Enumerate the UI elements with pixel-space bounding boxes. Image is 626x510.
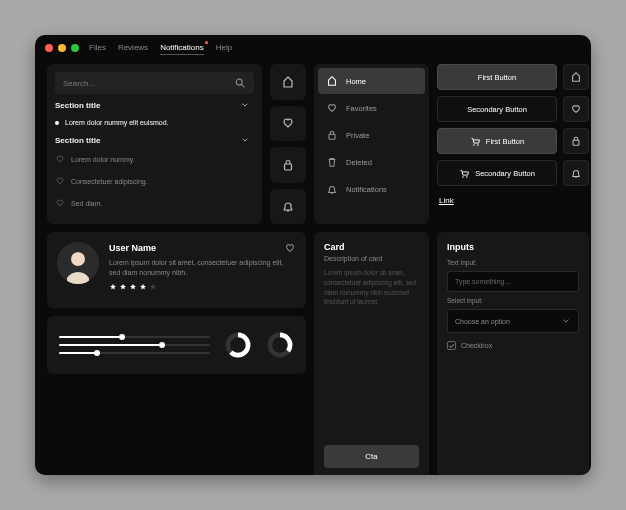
button-label: Secondary Button <box>475 169 535 178</box>
first-button[interactable]: First Button <box>437 64 557 90</box>
user-name: User Name <box>109 243 156 253</box>
traffic-lights <box>45 44 79 52</box>
minimize-window-button[interactable] <box>58 44 66 52</box>
chevron-down-icon <box>240 100 250 110</box>
user-info: User Name Lorem ipsum dolor sit amet, co… <box>109 242 296 291</box>
star-icon <box>129 283 137 291</box>
titlebar: Files Reviews Notifications Help <box>35 35 591 56</box>
search-placeholder: Search... <box>63 79 95 88</box>
rail-home-button[interactable] <box>270 64 306 100</box>
inputs-header: Inputs <box>447 242 579 252</box>
donut-chart-2 <box>266 331 294 359</box>
search-input[interactable]: Search... <box>55 72 254 94</box>
user-rating <box>109 283 296 291</box>
card-subtitle: Description of card <box>324 255 419 262</box>
favorite-user-button[interactable] <box>284 242 296 254</box>
list-item-label: Lorem dolor nummy elit euismod. <box>65 119 169 126</box>
card-title: Card <box>324 242 419 252</box>
square-heart-button[interactable] <box>563 96 589 122</box>
button-label: First Button <box>478 73 516 82</box>
nav-label: Notifications <box>346 185 387 194</box>
link-label: Link <box>439 196 454 205</box>
menubar: Files Reviews Notifications Help <box>89 43 232 52</box>
user-description: Lorem ipsum dolor sit amet, consectetuer… <box>109 258 296 278</box>
button-label: Secondary Button <box>467 105 527 114</box>
list-item[interactable]: Sed diam. <box>55 195 254 211</box>
search-icon <box>234 77 246 89</box>
section-a-header[interactable]: Section title <box>55 100 254 110</box>
menu-reviews[interactable]: Reviews <box>118 43 148 52</box>
slider-3[interactable] <box>59 352 210 354</box>
list-item-label: Lorem dolor nummy. <box>71 156 135 163</box>
icon-rail <box>270 64 306 224</box>
buttons-column: First Button Secondary Button First Butt… <box>437 64 589 224</box>
nav-label: Favorites <box>346 104 377 113</box>
menu-files[interactable]: Files <box>89 43 106 52</box>
list-item[interactable]: Lorem dolor nummy. <box>55 151 254 167</box>
menu-help[interactable]: Help <box>216 43 232 52</box>
chevron-down-icon <box>561 316 571 326</box>
slider-2[interactable] <box>59 344 210 346</box>
star-icon <box>149 283 157 291</box>
nav-favorites[interactable]: Favorites <box>318 95 425 121</box>
text-input-label: Text input: <box>447 259 579 266</box>
nav-list: Home Favorites Private Deleted Notificat… <box>314 64 429 224</box>
svg-point-6 <box>71 252 85 266</box>
search-list-panel: Search... Section title Lorem dolor numm… <box>47 64 262 224</box>
button-label: First Button <box>486 137 524 146</box>
rail-bell-button[interactable] <box>270 189 306 225</box>
first-cart-button[interactable]: First Button <box>437 128 557 154</box>
checkbox[interactable] <box>447 341 456 350</box>
list-item-label: Consectetuer adipiscing. <box>71 178 148 185</box>
stats-panel <box>47 316 306 374</box>
square-lock-button[interactable] <box>563 128 589 154</box>
section-b-title: Section title <box>55 136 100 145</box>
checkbox-row[interactable]: Checkbox <box>447 341 579 350</box>
select-value: Choose an option <box>455 318 510 325</box>
select-input-label: Select input: <box>447 297 579 304</box>
avatar <box>57 242 99 284</box>
star-icon <box>109 283 117 291</box>
list-item[interactable]: Lorem dolor nummy elit euismod. <box>55 116 254 129</box>
star-icon <box>119 283 127 291</box>
square-bell-button[interactable] <box>563 160 589 186</box>
nav-home[interactable]: Home <box>318 68 425 94</box>
checkbox-label: Checkbox <box>461 342 492 349</box>
secondary-button[interactable]: Secondary Button <box>437 96 557 122</box>
user-card: User Name Lorem ipsum dolor sit amet, co… <box>47 232 306 308</box>
nav-notifications[interactable]: Notifications <box>318 176 425 202</box>
text-input[interactable]: Type something... <box>447 271 579 292</box>
star-icon <box>139 283 147 291</box>
chevron-down-icon <box>240 135 250 145</box>
nav-private[interactable]: Private <box>318 122 425 148</box>
rail-favorite-button[interactable] <box>270 106 306 142</box>
card-panel: Card Description of card Lorem ipsum dol… <box>314 232 429 475</box>
section-a-title: Section title <box>55 101 100 110</box>
nav-label: Deleted <box>346 158 372 167</box>
close-window-button[interactable] <box>45 44 53 52</box>
slider-1[interactable] <box>59 336 210 338</box>
card-cta-button[interactable]: Cta <box>324 445 419 468</box>
slider-group <box>59 336 210 354</box>
secondary-cart-button[interactable]: Secondary Button <box>437 160 557 186</box>
menu-notifications[interactable]: Notifications <box>160 43 204 52</box>
link[interactable]: Link <box>437 192 589 209</box>
card-body: Lorem ipsum dolor sit amet, consectetuer… <box>324 268 419 445</box>
cart-icon <box>459 168 470 179</box>
content-area: Search... Section title Lorem dolor numm… <box>35 56 591 475</box>
rail-lock-button[interactable] <box>270 147 306 183</box>
select-input[interactable]: Choose an option <box>447 309 579 333</box>
nav-deleted[interactable]: Deleted <box>318 149 425 175</box>
donut-chart-1 <box>224 331 252 359</box>
nav-label: Private <box>346 131 369 140</box>
list-item-label: Sed diam. <box>71 200 103 207</box>
inputs-panel: Inputs Text input: Type something... Sel… <box>437 232 589 475</box>
app-window: Files Reviews Notifications Help Search.… <box>35 35 591 475</box>
list-item[interactable]: Consectetuer adipiscing. <box>55 173 254 189</box>
section-b-header[interactable]: Section title <box>55 135 254 145</box>
cart-icon <box>470 136 481 147</box>
square-home-button[interactable] <box>563 64 589 90</box>
maximize-window-button[interactable] <box>71 44 79 52</box>
nav-label: Home <box>346 77 366 86</box>
